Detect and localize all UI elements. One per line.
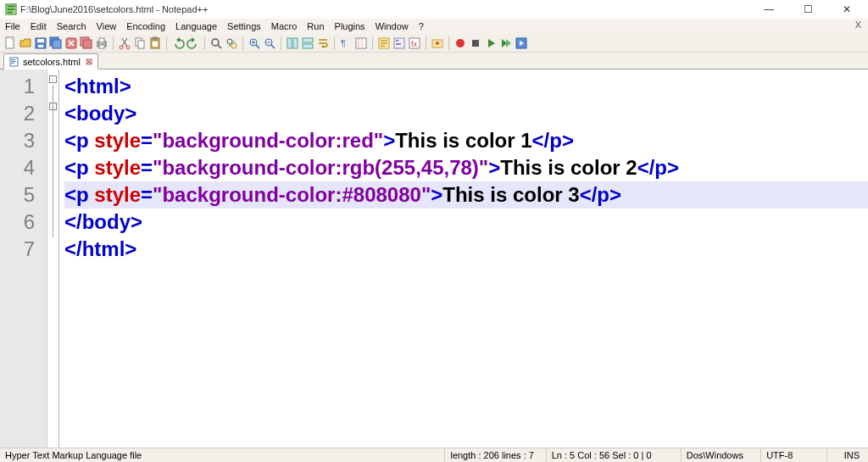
file-icon bbox=[9, 57, 19, 67]
menu-window[interactable]: Window bbox=[376, 21, 409, 31]
separator-icon bbox=[334, 36, 335, 50]
zoom-out-icon[interactable] bbox=[263, 36, 276, 50]
save-icon[interactable] bbox=[34, 36, 47, 50]
svg-rect-3 bbox=[8, 11, 13, 13]
svg-line-31 bbox=[256, 45, 259, 48]
code-line: <body> bbox=[64, 100, 868, 127]
replace-icon[interactable] bbox=[225, 36, 238, 50]
find-icon[interactable] bbox=[209, 36, 223, 50]
undo-icon[interactable] bbox=[171, 36, 185, 50]
separator-icon bbox=[204, 36, 205, 50]
svg-rect-10 bbox=[53, 40, 61, 48]
doc-map-icon[interactable] bbox=[392, 36, 406, 50]
menu-view[interactable]: View bbox=[97, 21, 117, 31]
separator-icon bbox=[242, 36, 243, 50]
svg-rect-36 bbox=[303, 38, 313, 42]
menubar-close-x[interactable]: X bbox=[855, 19, 861, 30]
open-icon[interactable] bbox=[19, 36, 32, 50]
close-all-icon[interactable] bbox=[80, 36, 93, 50]
menu-settings[interactable]: Settings bbox=[227, 21, 261, 31]
line-number: 6 bbox=[0, 209, 47, 236]
sync-h-icon[interactable] bbox=[301, 36, 314, 50]
menu-file[interactable]: File bbox=[5, 21, 20, 31]
code-line: <html> bbox=[64, 73, 868, 100]
stop-macro-icon[interactable] bbox=[469, 36, 482, 50]
menu-help[interactable]: ? bbox=[419, 21, 424, 31]
close-button[interactable]: ✕ bbox=[827, 0, 866, 19]
indent-guide-icon[interactable] bbox=[354, 36, 368, 50]
svg-marker-55 bbox=[506, 39, 511, 47]
svg-rect-2 bbox=[8, 8, 15, 10]
status-eol: Dos\Windows bbox=[682, 448, 761, 462]
svg-rect-35 bbox=[293, 38, 298, 48]
svg-line-33 bbox=[271, 45, 275, 48]
print-icon[interactable] bbox=[95, 36, 108, 50]
svg-marker-38 bbox=[321, 45, 324, 48]
fold-box-icon[interactable]: - bbox=[49, 75, 57, 83]
tab-close-icon[interactable]: ⊠ bbox=[86, 57, 92, 66]
svg-rect-1 bbox=[8, 5, 15, 7]
window-title: F:\Blog\June2016\setcolors.html - Notepa… bbox=[20, 4, 208, 14]
copy-icon[interactable] bbox=[133, 36, 147, 50]
menu-edit[interactable]: Edit bbox=[31, 21, 47, 31]
svg-marker-53 bbox=[488, 39, 495, 47]
redo-icon[interactable] bbox=[186, 36, 200, 50]
app-icon bbox=[5, 3, 17, 15]
close-icon[interactable] bbox=[64, 36, 78, 50]
svg-rect-8 bbox=[38, 45, 43, 47]
menu-language[interactable]: Language bbox=[175, 21, 217, 31]
save-all-icon[interactable] bbox=[49, 36, 63, 50]
title-bar: F:\Blog\June2016\setcolors.html - Notepa… bbox=[0, 0, 868, 19]
line-number: 4 bbox=[0, 154, 47, 181]
status-insert-mode[interactable]: INS bbox=[827, 448, 865, 462]
wrap-icon[interactable] bbox=[316, 36, 330, 50]
line-number: 3 bbox=[0, 127, 47, 154]
menu-encoding[interactable]: Encoding bbox=[126, 21, 165, 31]
svg-rect-59 bbox=[11, 59, 15, 60]
svg-point-28 bbox=[227, 39, 232, 44]
show-all-chars-icon[interactable]: ¶ bbox=[339, 36, 353, 50]
record-macro-icon[interactable] bbox=[453, 36, 467, 50]
zoom-in-icon[interactable] bbox=[248, 36, 261, 50]
menu-run[interactable]: Run bbox=[307, 21, 324, 31]
status-bar: Hyper Text Markup Language file length :… bbox=[0, 448, 868, 462]
save-macro-icon[interactable] bbox=[515, 36, 528, 50]
code-line: <p style="background-color:rgb(255,45,78… bbox=[64, 154, 868, 181]
sync-v-icon[interactable] bbox=[286, 36, 299, 50]
svg-rect-46 bbox=[396, 43, 401, 45]
cut-icon[interactable] bbox=[118, 36, 131, 50]
code-area[interactable]: <html> <body> <p style="background-color… bbox=[59, 70, 868, 448]
svg-marker-25 bbox=[192, 37, 195, 42]
separator-icon bbox=[166, 36, 167, 50]
svg-rect-15 bbox=[99, 38, 104, 42]
editor-area[interactable]: 1 2 3 4 5 6 7 - - <html> <body> <p style… bbox=[0, 70, 868, 448]
svg-rect-60 bbox=[11, 61, 16, 62]
paste-icon[interactable] bbox=[148, 36, 162, 50]
separator-icon bbox=[113, 36, 114, 50]
menu-macro[interactable]: Macro bbox=[271, 21, 298, 31]
window-controls: — ☐ ✕ bbox=[749, 0, 866, 19]
udl-icon[interactable] bbox=[377, 36, 391, 50]
status-charset: UTF-8 bbox=[761, 448, 827, 462]
play-macro-icon[interactable] bbox=[484, 36, 498, 50]
menu-search[interactable]: Search bbox=[57, 21, 86, 31]
svg-point-50 bbox=[436, 42, 439, 45]
svg-rect-20 bbox=[138, 41, 144, 48]
folder-as-workspace-icon[interactable] bbox=[431, 36, 444, 50]
svg-rect-22 bbox=[153, 37, 157, 40]
svg-point-18 bbox=[126, 46, 130, 49]
play-multi-icon[interactable] bbox=[499, 36, 513, 50]
svg-text:¶: ¶ bbox=[341, 38, 346, 48]
file-tab[interactable]: setcolors.html ⊠ bbox=[3, 53, 98, 70]
minimize-button[interactable]: — bbox=[749, 0, 788, 19]
maximize-button[interactable]: ☐ bbox=[788, 0, 827, 19]
menu-plugins[interactable]: Plugins bbox=[335, 21, 365, 31]
func-list-icon[interactable]: fx bbox=[408, 36, 421, 50]
line-number: 2 bbox=[0, 100, 47, 127]
new-icon[interactable] bbox=[3, 36, 17, 50]
svg-text:fx: fx bbox=[411, 40, 418, 48]
status-position: Ln : 5 Col : 56 Sel : 0 | 0 bbox=[547, 448, 682, 462]
line-gutter: 1 2 3 4 5 6 7 bbox=[0, 70, 47, 448]
separator-icon bbox=[448, 36, 449, 50]
tab-label: setcolors.html bbox=[23, 57, 81, 67]
